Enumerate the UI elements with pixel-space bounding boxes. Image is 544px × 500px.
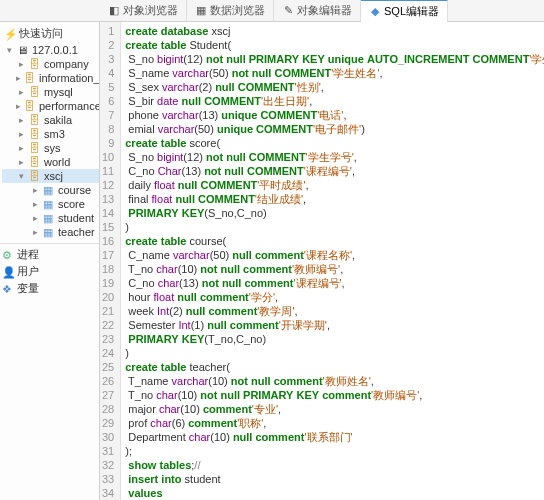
line-number: 5 xyxy=(102,80,114,94)
code-area[interactable]: create database xscjcreate table Student… xyxy=(121,22,544,500)
tree-db-sakila[interactable]: ▸🗄sakila xyxy=(2,113,99,127)
tree-db-information_schema[interactable]: ▸🗄information_schema xyxy=(2,71,99,85)
expand-icon[interactable]: ▸ xyxy=(30,185,40,195)
sidebar-users[interactable]: 👤用户 xyxy=(0,263,99,280)
code-line[interactable]: show tables;// xyxy=(125,458,544,472)
collapse-icon[interactable]: ▾ xyxy=(4,45,14,55)
code-line[interactable]: insert into student xyxy=(125,472,544,486)
code-line[interactable]: T_no char(10) not null PRIMARY KEY comme… xyxy=(125,388,544,402)
code-line[interactable]: week Int(2) null comment'教学周', xyxy=(125,304,544,318)
tree-table-student[interactable]: ▸▦student xyxy=(2,211,99,225)
pencil-icon: ✎ xyxy=(282,5,294,17)
code-line[interactable]: C_no Char(13) not null COMMENT'课程编号', xyxy=(125,164,544,178)
line-number: 32 xyxy=(102,458,114,472)
expand-icon[interactable]: ▸ xyxy=(16,115,26,125)
code-line[interactable]: values xyxy=(125,486,544,500)
line-number: 30 xyxy=(102,430,114,444)
code-line[interactable]: S_no bigint(12) not null COMMENT'学生学号', xyxy=(125,150,544,164)
line-number: 28 xyxy=(102,402,114,416)
database-icon: 🗄 xyxy=(24,100,36,112)
tree-table-score[interactable]: ▸▦score xyxy=(2,197,99,211)
tab-object-browser[interactable]: ◧对象浏览器 xyxy=(100,0,187,21)
code-line[interactable]: ); xyxy=(125,444,544,458)
code-line[interactable]: S_no bigint(12) not null PRIMARY KEY uni… xyxy=(125,52,544,66)
line-number: 33 xyxy=(102,472,114,486)
expand-icon[interactable]: ▸ xyxy=(16,73,21,83)
sidebar-processes[interactable]: ⚙进程 xyxy=(0,246,99,263)
tree-table-teacher[interactable]: ▸▦teacher xyxy=(2,225,99,239)
code-line[interactable]: emial varchar(50) unique COMMENT'电子邮件') xyxy=(125,122,544,136)
code-line[interactable]: prof char(6) comment'职称', xyxy=(125,416,544,430)
tree-db-mysql[interactable]: ▸🗄mysql xyxy=(2,85,99,99)
collapse-icon[interactable]: ▾ xyxy=(16,171,26,181)
code-line[interactable]: Department char(10) null comment'联系部门' xyxy=(125,430,544,444)
line-number: 34 xyxy=(102,486,114,500)
code-line[interactable]: create database xscj xyxy=(125,24,544,38)
table-icon: ▦ xyxy=(43,198,55,210)
code-line[interactable]: C_no char(13) not null comment'课程编号', xyxy=(125,276,544,290)
database-icon: 🗄 xyxy=(29,142,41,154)
code-line[interactable]: S_sex varchar(2) null COMMENT'性别', xyxy=(125,80,544,94)
code-line[interactable]: C_name varchar(50) null comment'课程名称', xyxy=(125,248,544,262)
quick-access-header[interactable]: ⚡快速访问 xyxy=(0,24,99,43)
code-line[interactable]: major char(10) comment'专业', xyxy=(125,402,544,416)
tab-data-browser[interactable]: ▦数据浏览器 xyxy=(187,0,274,21)
code-line[interactable]: create table course( xyxy=(125,234,544,248)
expand-icon[interactable]: ▸ xyxy=(30,199,40,209)
expand-icon[interactable]: ▸ xyxy=(16,87,26,97)
cube-icon: ◧ xyxy=(108,5,120,17)
code-line[interactable]: S_bir date null COMMENT'出生日期', xyxy=(125,94,544,108)
tree-db-sys[interactable]: ▸🗄sys xyxy=(2,141,99,155)
expand-icon[interactable]: ▸ xyxy=(16,157,26,167)
line-number: 21 xyxy=(102,304,114,318)
table-icon: ▦ xyxy=(43,212,55,224)
tree-db-xscj[interactable]: ▾🗄xscj xyxy=(2,169,99,183)
expand-icon[interactable]: ▸ xyxy=(30,213,40,223)
tree-db-performance_schema[interactable]: ▸🗄performance_schema xyxy=(2,99,99,113)
expand-icon[interactable]: ▸ xyxy=(16,101,21,111)
sidebar-variables[interactable]: ❖变量 xyxy=(0,280,99,297)
code-line[interactable]: ) xyxy=(125,220,544,234)
user-icon: 👤 xyxy=(2,266,14,278)
database-icon: 🗄 xyxy=(29,114,41,126)
tree-db-world[interactable]: ▸🗄world xyxy=(2,155,99,169)
sidebar-bottom: ⚙进程 👤用户 ❖变量 xyxy=(0,243,99,297)
tree-host[interactable]: ▾🖥127.0.0.1 xyxy=(2,43,99,57)
code-line[interactable]: PRIMARY KEY(S_no,C_no) xyxy=(125,206,544,220)
code-line[interactable]: Semester Int(1) null comment'开课学期', xyxy=(125,318,544,332)
expand-icon[interactable]: ▸ xyxy=(16,59,26,69)
code-line[interactable]: daily float null COMMENT'平时成绩', xyxy=(125,178,544,192)
line-number: 15 xyxy=(102,220,114,234)
code-line[interactable]: final float null COMMENT'结业成绩', xyxy=(125,192,544,206)
expand-icon[interactable]: ▸ xyxy=(16,143,26,153)
sql-editor[interactable]: 1234567891011121314151617181920212223242… xyxy=(100,22,544,500)
db-tree: ▾🖥127.0.0.1 ▸🗄company▸🗄information_schem… xyxy=(0,43,99,239)
database-icon: 🗄 xyxy=(29,128,41,140)
expand-icon[interactable]: ▸ xyxy=(30,227,40,237)
tab-object-editor[interactable]: ✎对象编辑器 xyxy=(274,0,361,21)
tree-table-course[interactable]: ▸▦course xyxy=(2,183,99,197)
code-line[interactable]: hour float null comment'学分', xyxy=(125,290,544,304)
expand-icon[interactable]: ▸ xyxy=(16,129,26,139)
sql-icon: ◆ xyxy=(369,6,381,18)
tab-sql-editor[interactable]: ◆SQL编辑器 xyxy=(361,0,448,22)
code-line[interactable]: PRIMARY KEY(T_no,C_no) xyxy=(125,332,544,346)
code-line[interactable]: create table teacher( xyxy=(125,360,544,374)
line-number: 16 xyxy=(102,234,114,248)
database-icon: 🗄 xyxy=(29,86,41,98)
line-number: 11 xyxy=(102,164,114,178)
code-line[interactable]: phone varchar(13) unique COMMENT'电话', xyxy=(125,108,544,122)
database-icon: 🗄 xyxy=(29,156,41,168)
code-line[interactable]: ) xyxy=(125,346,544,360)
tree-db-company[interactable]: ▸🗄company xyxy=(2,57,99,71)
line-number: 23 xyxy=(102,332,114,346)
line-number: 13 xyxy=(102,192,114,206)
tree-db-sm3[interactable]: ▸🗄sm3 xyxy=(2,127,99,141)
code-line[interactable]: create table score( xyxy=(125,136,544,150)
code-line[interactable]: T_name varchar(10) not null comment'教师姓名… xyxy=(125,374,544,388)
editor-tabs: ◧对象浏览器 ▦数据浏览器 ✎对象编辑器 ◆SQL编辑器 xyxy=(0,0,544,22)
code-line[interactable]: S_name varchar(50) not null COMMENT'学生姓名… xyxy=(125,66,544,80)
line-number: 22 xyxy=(102,318,114,332)
code-line[interactable]: create table Student( xyxy=(125,38,544,52)
code-line[interactable]: T_no char(10) not null comment'教师编号', xyxy=(125,262,544,276)
